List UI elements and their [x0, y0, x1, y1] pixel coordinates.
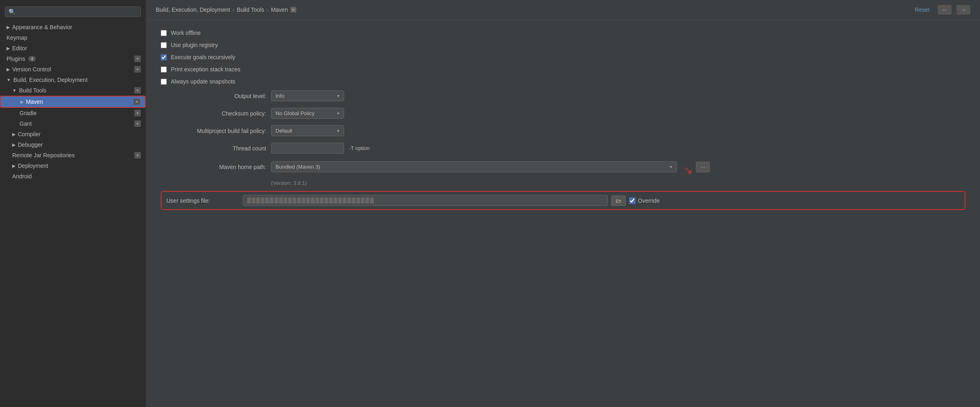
sidebar-item-plugins[interactable]: Plugins 4 ≡ — [0, 54, 146, 64]
output-level-label: Output level: — [161, 93, 266, 99]
multiproject-build-fail-policy-select[interactable]: Default Fail At End Fail Fast Never Fail — [271, 125, 344, 136]
checksum-policy-label: Checksum policy: — [161, 110, 266, 117]
breadcrumb-part-2: Build Tools — [237, 6, 264, 13]
list-icon: ≡ — [134, 87, 141, 94]
sidebar-item-debugger[interactable]: ▶ Debugger — [0, 139, 146, 150]
print-exception-stack-traces-label[interactable]: Print exception stack traces — [171, 66, 240, 73]
forward-button[interactable]: → — [956, 5, 970, 15]
always-update-snapshots-label[interactable]: Always update snapshots — [171, 78, 235, 85]
sidebar-item-keymap[interactable]: Keymap — [0, 32, 146, 43]
print-exception-stack-traces-row: Print exception stack traces — [161, 66, 965, 73]
app-container: 🔍 ▶ Appearance & Behavior Keymap ▶ Edito… — [0, 0, 980, 407]
sidebar-item-label: Compiler — [18, 131, 41, 137]
output-level-row: Output level: Info Debug Warn Error — [161, 90, 965, 101]
override-label[interactable]: Override — [638, 197, 660, 204]
sidebar-item-editor[interactable]: ▶ Editor — [0, 43, 146, 54]
sidebar-item-compiler[interactable]: ▶ Compiler — [0, 129, 146, 139]
checksum-policy-select-wrapper: No Global Policy Warn Fail Ignore — [271, 108, 344, 119]
t-option-label: -T option — [349, 145, 370, 151]
sidebar-item-deployment[interactable]: ▶ Deployment — [0, 161, 146, 171]
thread-count-row: Thread count -T option — [161, 143, 965, 154]
sidebar-item-label: Editor — [12, 45, 27, 51]
main-content: Build, Execution, Deployment › Build Too… — [146, 0, 980, 407]
breadcrumb-sep-2: › — [267, 6, 269, 13]
reset-button[interactable]: Reset — [911, 5, 933, 15]
execute-goals-recursively-checkbox[interactable] — [161, 54, 167, 60]
breadcrumb: Build, Execution, Deployment › Build Too… — [156, 6, 911, 13]
print-exception-stack-traces-checkbox[interactable] — [161, 66, 167, 73]
breadcrumb-part-1: Build, Execution, Deployment — [156, 6, 230, 13]
sidebar-item-build-execution-deployment[interactable]: ▼ Build, Execution, Deployment — [0, 75, 146, 85]
work-offline-label[interactable]: Work offline — [171, 30, 200, 36]
sidebar-item-label: Deployment — [18, 163, 48, 169]
sidebar-item-label: Appearance & Behavior — [12, 24, 72, 30]
maven-home-path-select[interactable]: Bundled (Maven 3) Use Maven wrapper Cust… — [271, 161, 677, 172]
red-arrow-annotation: ↘ — [683, 163, 693, 177]
thread-count-label: Thread count — [161, 145, 266, 152]
sidebar-item-android[interactable]: Android — [0, 171, 146, 182]
plugins-badge: 4 — [28, 56, 36, 62]
use-plugin-registry-row: Use plugin registry — [161, 42, 965, 48]
sidebar-item-label: Version Control — [12, 66, 51, 73]
user-settings-file-input[interactable] — [243, 195, 608, 206]
sidebar-item-label: Remote Jar Repositories — [12, 152, 75, 159]
always-update-snapshots-checkbox[interactable] — [161, 79, 167, 85]
checksum-policy-select[interactable]: No Global Policy Warn Fail Ignore — [271, 108, 344, 119]
sidebar-item-version-control[interactable]: ▶ Version Control ≡ — [0, 64, 146, 75]
sidebar-item-maven[interactable]: ▶ Maven ≡ — [0, 96, 146, 108]
expand-arrow: ▶ — [12, 132, 15, 137]
top-bar-actions: Reset ← → — [911, 5, 970, 15]
expand-arrow: ▶ — [6, 46, 10, 51]
top-bar: Build, Execution, Deployment › Build Too… — [146, 0, 980, 20]
sidebar-item-label: Debugger — [18, 141, 43, 148]
expand-arrow: ▶ — [12, 163, 15, 169]
sidebar-item-build-tools[interactable]: ▼ Build Tools ≡ — [0, 85, 146, 96]
breadcrumb-part-3: Maven — [271, 6, 288, 13]
breadcrumb-sep-1: › — [233, 6, 235, 13]
thread-count-input[interactable] — [271, 143, 344, 154]
sidebar-item-label: Keymap — [6, 34, 27, 41]
expand-arrow: ▼ — [6, 77, 11, 82]
use-plugin-registry-label[interactable]: Use plugin registry — [171, 42, 218, 48]
work-offline-row: Work offline — [161, 30, 965, 36]
expand-arrow: ▶ — [6, 67, 10, 72]
sidebar-item-label: Build Tools — [19, 87, 46, 94]
work-offline-checkbox[interactable] — [161, 30, 167, 36]
output-level-select[interactable]: Info Debug Warn Error — [271, 90, 344, 101]
search-input[interactable] — [18, 9, 137, 15]
maven-home-path-label: Maven home path: — [161, 164, 266, 170]
maven-home-path-select-wrapper: Bundled (Maven 3) Use Maven wrapper Cust… — [271, 161, 677, 172]
list-icon: ≡ — [134, 66, 141, 73]
execute-goals-recursively-row: Execute goals recursively — [161, 54, 965, 60]
sidebar-item-label: Gant — [19, 120, 32, 127]
back-button[interactable]: ← — [938, 5, 952, 15]
list-icon: ≡ — [134, 56, 141, 62]
list-icon: ≡ — [134, 99, 140, 105]
sidebar-item-label: Plugins — [6, 56, 25, 62]
search-bar[interactable]: 🔍 — [5, 6, 141, 17]
sidebar-item-appearance-behavior[interactable]: ▶ Appearance & Behavior — [0, 22, 146, 32]
multiproject-build-fail-policy-label: Multiproject build fail policy: — [161, 128, 266, 134]
sidebar-item-gradle[interactable]: Gradle ≡ — [0, 108, 146, 118]
use-plugin-registry-checkbox[interactable] — [161, 42, 167, 48]
sidebar-item-label: Maven — [26, 99, 43, 105]
list-icon: ≡ — [134, 120, 141, 127]
execute-goals-recursively-label[interactable]: Execute goals recursively — [171, 54, 235, 60]
maven-version-text: (Version: 3.8.1) — [271, 180, 965, 186]
folder-button[interactable]: 🗁 — [611, 195, 626, 206]
override-checkbox[interactable] — [629, 197, 635, 204]
dots-button[interactable]: ··· — [696, 162, 710, 172]
sidebar-item-remote-jar-repositories[interactable]: Remote Jar Repositories ≡ — [0, 150, 146, 161]
multiproject-build-fail-policy-select-wrapper: Default Fail At End Fail Fast Never Fail — [271, 125, 344, 136]
output-level-select-wrapper: Info Debug Warn Error — [271, 90, 344, 101]
sidebar: 🔍 ▶ Appearance & Behavior Keymap ▶ Edito… — [0, 0, 146, 407]
expand-arrow: ▶ — [6, 25, 10, 30]
checksum-policy-row: Checksum policy: No Global Policy Warn F… — [161, 108, 965, 119]
sidebar-item-gant[interactable]: Gant ≡ — [0, 118, 146, 129]
always-update-snapshots-row: Always update snapshots — [161, 78, 965, 85]
override-row: Override — [629, 197, 660, 204]
expand-arrow: ▶ — [20, 99, 24, 105]
settings-body: Work offline Use plugin registry Execute… — [146, 20, 980, 407]
list-icon: ≡ — [134, 152, 141, 159]
user-settings-file-row: User settings file: 🗁 Override — [161, 191, 965, 210]
